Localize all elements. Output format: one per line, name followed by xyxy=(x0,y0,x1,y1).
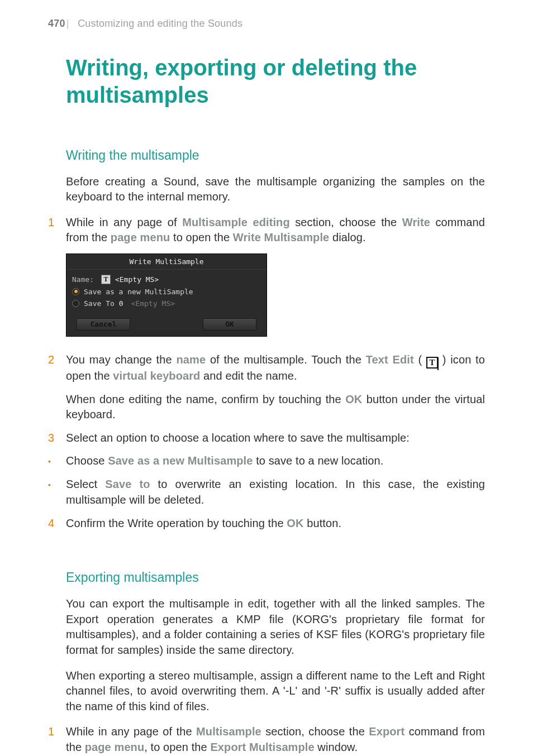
text-fragment: While in any page of xyxy=(66,216,182,228)
step-number: 4 xyxy=(48,516,66,532)
dialog-option-saveto[interactable]: Save To 0 <Empty MS> xyxy=(72,298,261,309)
dialog-name-label: Name: xyxy=(72,275,97,284)
step-text: Confirm the Write operation by touching … xyxy=(66,516,485,532)
export-step-1: 1 While in any page of the Multisample s… xyxy=(48,724,485,755)
text-fragment: Choose xyxy=(66,454,108,467)
text-fragment: Select xyxy=(66,478,105,490)
write-multisample-dialog[interactable]: Write MultiSample Name: T <Empty MS> Sav… xyxy=(66,253,267,337)
text-fragment: of the multisample. Touch the xyxy=(206,353,366,366)
text-fragment: You may change the xyxy=(66,353,176,366)
emph: page menu xyxy=(85,741,144,753)
step-3: 3 Select an option to choose a location … xyxy=(48,430,485,446)
emph: virtual keyboard xyxy=(113,370,200,382)
text-edit-icon[interactable]: T xyxy=(101,275,111,284)
emph: Save to xyxy=(105,478,150,490)
step-2: 2 You may change the name of the multisa… xyxy=(48,352,485,423)
text-fragment: section, choose the xyxy=(261,725,369,738)
emph: name xyxy=(176,353,206,366)
radio-on-icon[interactable] xyxy=(72,288,79,295)
step-4: 4 Confirm the Write operation by touchin… xyxy=(48,516,485,532)
step-text-p2: When done editing the name, confirm by t… xyxy=(66,392,485,423)
text-fragment: to open the xyxy=(170,231,233,243)
spacer xyxy=(48,539,485,570)
text-fragment: While in any page of the xyxy=(66,725,196,738)
header-separator: | xyxy=(65,18,69,29)
text-fragment: button. xyxy=(304,517,342,529)
emph: page menu xyxy=(111,231,170,243)
step-1: 1 While in any page of Multisample editi… xyxy=(48,215,485,246)
emph: Multisample editing xyxy=(182,216,289,228)
bullet-item: ▪ Select Save to to overwrite an existin… xyxy=(48,477,485,508)
ok-button[interactable]: OK xyxy=(203,318,256,331)
bullet-item: ▪ Choose Save as a new Multisample to sa… xyxy=(48,453,485,469)
text-fragment: to save to a new location. xyxy=(253,454,383,467)
text-fragment: , to open the xyxy=(144,741,210,753)
text-fragment: Confirm the Write operation by touching … xyxy=(66,517,287,529)
dialog-option-new[interactable]: Save as a new MultiSample xyxy=(72,286,261,298)
emph: Write xyxy=(402,216,430,228)
bullet-text: Choose Save as a new Multisample to save… xyxy=(66,453,485,469)
emph: OK xyxy=(287,517,303,529)
page: 470| Customizing and editing the Sounds … xyxy=(0,0,533,756)
emph: Multisample xyxy=(196,725,261,738)
dialog-body: Name: T <Empty MS> Save as a new MultiSa… xyxy=(66,270,266,314)
emph: OK xyxy=(345,393,362,405)
emph: Export xyxy=(369,725,404,738)
dialog-name-value[interactable]: <Empty MS> xyxy=(115,275,159,284)
dialog-saveto-label: Save To xyxy=(84,299,115,308)
text-edit-icon: T xyxy=(426,357,438,369)
emph: Save as a new Multisample xyxy=(108,454,253,467)
dialog-option-new-label: Save as a new MultiSample xyxy=(84,288,193,296)
section-title: Writing, exporting or deleting the multi… xyxy=(48,54,485,109)
intro-paragraph: Before creating a Sound, save the multis… xyxy=(48,174,485,205)
radio-off-icon[interactable] xyxy=(72,300,79,307)
text-fragment: window. xyxy=(315,741,358,753)
emph: Text Edit xyxy=(366,353,414,366)
step-number: 1 xyxy=(48,215,66,231)
dialog-saveto-index: 0 xyxy=(119,299,127,308)
text-fragment: When done editing the name, confirm by t… xyxy=(66,393,345,405)
text-fragment: and edit the name. xyxy=(200,370,297,382)
step-number: 3 xyxy=(48,430,66,446)
step-text: While in any page of the Multisample sec… xyxy=(66,724,485,755)
export-para-1: You can export the multisample in edit, … xyxy=(48,596,485,658)
heading-writing: Writing the multisample xyxy=(48,148,485,163)
text-fragment: section, choose the xyxy=(290,216,402,228)
step-number: 1 xyxy=(48,724,66,740)
step-text: Select an option to choose a location wh… xyxy=(66,430,485,446)
step-number: 2 xyxy=(48,352,66,368)
dialog-buttons: Cancel OK xyxy=(66,314,266,336)
step-text-p1: You may change the name of the multisamp… xyxy=(66,352,485,384)
dialog-name-row: Name: T <Empty MS> xyxy=(72,273,261,286)
chapter-title: Customizing and editing the Sounds xyxy=(78,18,242,29)
text-fragment: dialog. xyxy=(329,231,365,243)
step-text: You may change the name of the multisamp… xyxy=(66,352,485,423)
cancel-button[interactable]: Cancel xyxy=(77,318,130,331)
heading-exporting: Exporting multisamples xyxy=(48,570,485,585)
dialog-title: Write MultiSample xyxy=(66,254,266,270)
step-text: While in any page of Multisample editing… xyxy=(66,215,485,246)
page-number: 470 xyxy=(48,18,65,29)
export-para-2: When exporting a stereo multisample, ass… xyxy=(48,668,485,715)
running-header: 470| Customizing and editing the Sounds xyxy=(48,18,485,30)
emph: Export Multisample xyxy=(210,741,314,753)
square-bullet-icon: ▪ xyxy=(48,477,66,492)
dialog-saveto-value: <Empty MS> xyxy=(131,299,175,308)
bullet-text: Select Save to to overwrite an existing … xyxy=(66,477,485,508)
square-bullet-icon: ▪ xyxy=(48,453,66,469)
text-fragment: ( xyxy=(414,353,426,366)
emph: Write Multisample xyxy=(233,231,329,243)
